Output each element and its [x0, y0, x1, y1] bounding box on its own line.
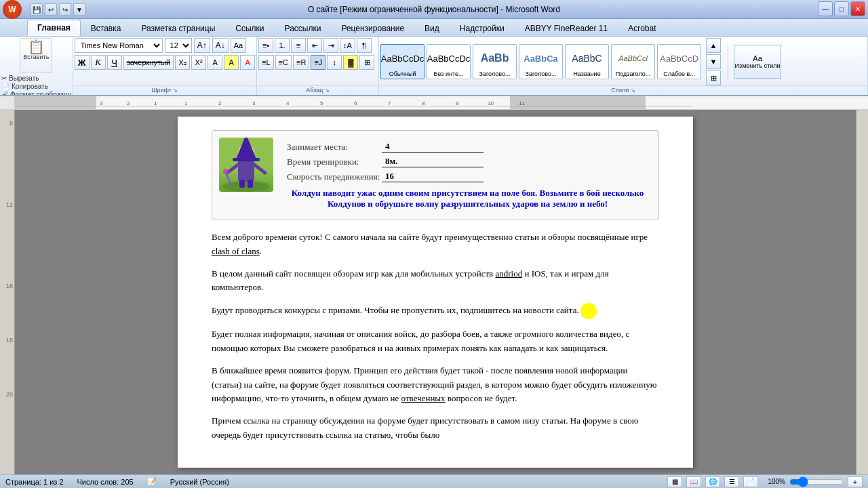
shading-button[interactable]: ▓ — [343, 55, 358, 70]
paragraph-6[interactable]: Причем ссылка на страницу обсуждения на … — [212, 414, 659, 443]
svg-rect-25 — [239, 180, 245, 188]
style-subtitle[interactable]: AaBbCcl Подзаголо... — [611, 44, 655, 79]
font-color-button[interactable]: A — [240, 55, 255, 70]
ribbon-tab-bar: Главная Вставка Разметка страницы Ссылки… — [0, 19, 868, 37]
change-styles-button[interactable]: Аа Изменить стили — [734, 45, 781, 79]
increase-indent-button[interactable]: ⇥ — [323, 38, 338, 53]
paragraph-section: ≡• 1. ≡ ⇤ ⇥ ↕A ¶ ≡L ≡C ≡R ≡J ↕ ▓ ⊞ Абзац… — [257, 37, 379, 95]
tab-acrobat[interactable]: Acrobat — [618, 20, 666, 36]
tab-mailings[interactable]: Рассылки — [275, 20, 332, 36]
show-marks-button[interactable]: ¶ — [357, 38, 372, 53]
font-size-select[interactable]: 12 — [165, 38, 192, 53]
close-button[interactable]: ✕ — [850, 1, 865, 16]
format-painter-button[interactable]: 🖌Формат по образцу — [1, 91, 71, 96]
align-center-button[interactable]: ≡C — [275, 55, 292, 70]
clans-link[interactable]: clash of clans — [212, 246, 260, 256]
full-reading-button[interactable]: 📖 — [686, 476, 701, 487]
left-margin: 8 12 16 18 20 — [0, 110, 15, 474]
paragraph-5[interactable]: В ближайшее время появится форум. Принци… — [212, 364, 659, 406]
slots-row: Занимает места: 4 — [287, 141, 648, 152]
style-normal[interactable]: AaBbCcDc Обычный — [380, 44, 425, 79]
italic-button[interactable]: К — [91, 55, 106, 70]
sort-button[interactable]: ↕A — [340, 38, 355, 53]
undo-button[interactable]: ↩ — [45, 3, 57, 16]
cut-button[interactable]: ✂Вырезать — [1, 75, 71, 82]
clear-format-button[interactable]: Aa — [231, 38, 246, 53]
numbering-button[interactable]: 1. — [275, 38, 290, 53]
styles-scroll-down[interactable]: ▼ — [706, 54, 721, 69]
style-subtle-em[interactable]: AaBbCcD Слабое в... — [657, 44, 701, 79]
tab-addins[interactable]: Надстройки — [450, 20, 515, 36]
superscript-button[interactable]: X² — [191, 55, 206, 70]
spell-check-icon[interactable]: 📝 — [147, 477, 157, 486]
scrollbar-area[interactable] — [856, 110, 868, 474]
draft-button[interactable]: 📄 — [743, 476, 758, 487]
text-effects-button[interactable]: A — [208, 55, 222, 70]
ruler-corner[interactable] — [0, 96, 15, 110]
print-layout-button[interactable]: ▦ — [667, 476, 682, 487]
window-controls: — □ ✕ — [818, 1, 865, 16]
quick-access-toolbar: 💾 ↩ ↪ ▼ — [31, 3, 85, 16]
page-count: Страница: 1 из 2 — [5, 478, 64, 486]
tab-home[interactable]: Главная — [27, 20, 81, 36]
zoom-in-button[interactable]: + — [848, 476, 863, 487]
strikethrough-button[interactable]: зачеркнутый — [123, 55, 174, 70]
customize-button[interactable]: ▼ — [73, 3, 85, 16]
styles-expand[interactable]: ⊞ — [706, 70, 721, 85]
justify-button[interactable]: ≡J — [311, 55, 326, 70]
web-layout-button[interactable]: 🌐 — [705, 476, 720, 487]
office-button[interactable]: W — [3, 0, 22, 19]
paragraph-3[interactable]: Будут проводиться конкурсы с призами. Чт… — [212, 303, 659, 319]
align-right-button[interactable]: ≡R — [293, 55, 309, 70]
word-count: Число слов: 205 — [77, 478, 134, 486]
word-count-text: Число слов: 205 — [77, 478, 134, 486]
tab-view[interactable]: Вид — [414, 20, 450, 36]
shrink-font-button[interactable]: A↓ — [212, 38, 229, 53]
bullets-button[interactable]: ≡• — [258, 38, 273, 53]
svg-text:6: 6 — [354, 100, 357, 106]
training-label: Время тренировки: — [287, 157, 382, 167]
svg-text:1: 1 — [154, 100, 157, 106]
document-page: Занимает места: 4 Время тренировки: 8м. … — [178, 117, 693, 468]
bold-button[interactable]: Ж — [75, 55, 90, 70]
copy-button[interactable]: 📄Копировать — [1, 83, 71, 90]
paragraph-label: Абзац ↘ — [258, 85, 377, 95]
tab-insert[interactable]: Вставка — [81, 20, 132, 36]
style-heading2[interactable]: AaBbCa Заголово... — [519, 44, 563, 79]
text-highlight-button[interactable]: A — [224, 55, 239, 70]
language-indicator[interactable]: Русский (Россия) — [170, 478, 229, 486]
svg-text:9: 9 — [456, 100, 459, 106]
underline-button[interactable]: Ч — [107, 55, 122, 70]
svg-point-28 — [223, 169, 229, 174]
style-no-interval[interactable]: AaBbCcDc Без инте... — [427, 44, 471, 79]
decrease-indent-button[interactable]: ⇤ — [307, 38, 322, 53]
style-title[interactable]: AaBbC Название — [565, 44, 609, 79]
grow-font-button[interactable]: A↑ — [194, 38, 210, 53]
subscript-button[interactable]: X₂ — [175, 55, 190, 70]
font-family-select[interactable]: Times New Roman — [75, 38, 163, 53]
tab-abbyy[interactable]: ABBYY FineReader 11 — [515, 20, 618, 36]
svg-line-24 — [254, 165, 265, 173]
redo-button[interactable]: ↪ — [59, 3, 71, 16]
slots-value: 4 — [382, 141, 484, 152]
save-button[interactable]: 💾 — [31, 3, 43, 16]
paste-button[interactable]: 📋 Вставить — [20, 38, 52, 73]
svg-text:8: 8 — [422, 100, 425, 106]
tab-review[interactable]: Рецензирование — [331, 20, 414, 36]
multilevel-list-button[interactable]: ≡ — [291, 38, 306, 53]
paragraph-1[interactable]: Всем доброго времени суток! С самого нач… — [212, 230, 659, 259]
outline-button[interactable]: ☰ — [724, 476, 739, 487]
tab-page-layout[interactable]: Разметка страницы — [131, 20, 225, 36]
minimize-button[interactable]: — — [818, 1, 833, 16]
style-heading1[interactable]: AaBb Заголово... — [473, 44, 517, 79]
zoom-slider[interactable] — [789, 477, 844, 487]
borders-button[interactable]: ⊞ — [359, 55, 374, 70]
align-left-button[interactable]: ≡L — [258, 55, 274, 70]
styles-scroll-up[interactable]: ▲ — [706, 38, 721, 53]
ruler-body: 3 2 1 1 2 3 4 5 6 7 8 9 10 11 — [15, 96, 868, 110]
line-spacing-button[interactable]: ↕ — [327, 55, 342, 70]
tab-references[interactable]: Ссылки — [225, 20, 274, 36]
paragraph-2[interactable]: В целом данный сайт посвящен обзорам игр… — [212, 267, 659, 296]
maximize-button[interactable]: □ — [834, 1, 849, 16]
paragraph-4[interactable]: Будет полная информация, начиная от опис… — [212, 327, 659, 356]
